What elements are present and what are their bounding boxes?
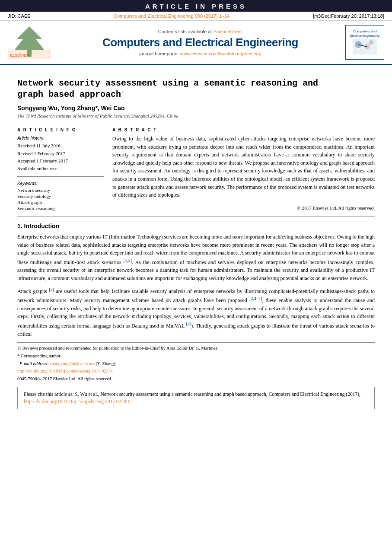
article-info-col: A R T I C L E I N F O Article history: R…: [17, 127, 104, 212]
elsevier-logo: ELSEVIER: [8, 24, 60, 61]
article-affiliation: The Third Research Institute of Ministry…: [17, 113, 375, 123]
keywords-label: Keywords:: [17, 181, 104, 186]
jid-right: [m3Gec;February 20, 2017;13:18]: [313, 13, 384, 19]
online-date: Available online xxx: [17, 165, 104, 172]
article-title: Network security assessment using a sema…: [17, 78, 375, 100]
elsevier-tree-icon: ELSEVIER: [8, 24, 51, 59]
info-divider: [17, 176, 104, 177]
article-authors: Songyang Wu, Yong Zhang*, Wei Cao: [17, 105, 375, 111]
star-footnote: ✩ Reviews processed and recommended for …: [17, 345, 375, 352]
ref-1-2[interactable]: [1,2]: [124, 258, 132, 263]
banner-text: ARTICLE IN PRESS: [145, 3, 247, 10]
email-footnote: E-mail address: zhangyonglab@yeah.net (Y…: [17, 361, 375, 367]
ref-2-4-7[interactable]: [2,4–7]: [249, 296, 262, 301]
journal-logo-graphic: [352, 38, 378, 55]
abstract-col: A B S T R A C T Owing to the high value …: [112, 127, 375, 212]
keyword-2: Security ontology: [17, 194, 104, 199]
revised-date: Revised 1 February 2017: [17, 150, 104, 157]
section-divider: [17, 216, 375, 217]
journal-homepage-link[interactable]: www.elsevier.com/locate/compeleceng: [180, 51, 261, 56]
article-in-press-banner: ARTICLE IN PRESS: [0, 0, 392, 12]
article-info-label: A R T I C L E I N F O: [17, 127, 104, 132]
email-link[interactable]: zhangyonglab@yeah.net: [50, 361, 95, 366]
journal-center: Contents lists available at ScienceDirec…: [60, 29, 341, 56]
citation-doi-link[interactable]: http://dx.doi.org/10.1016/j.compeleceng.…: [24, 399, 130, 404]
svg-text:ELSEVIER: ELSEVIER: [10, 53, 29, 57]
intro-paragraph-1: Enterprise networks that employ various …: [17, 233, 375, 283]
abstract-text: Owing to the high value of business data…: [112, 135, 375, 199]
journal-header: ELSEVIER Contents lists available at Sci…: [0, 21, 392, 65]
keywords-block: Keywords: Network security Security onto…: [17, 181, 104, 211]
doi-link[interactable]: http://dx.doi.org/10.1016/j.compeleceng.…: [17, 369, 114, 373]
citation-box: Please cite this article as: S. Wu et al…: [17, 387, 375, 410]
doi-footnote: http://dx.doi.org/10.1016/j.compeleceng.…: [17, 368, 375, 375]
jid-left: JID: CAEE: [8, 13, 31, 19]
keyword-4: Semantic reasoning: [17, 206, 104, 211]
keyword-3: Attack graph: [17, 200, 104, 205]
journal-title: Computers and Electrical Engineering: [60, 36, 341, 49]
article-info-block: Article history: Received 11 July 2016 R…: [17, 135, 104, 172]
ref-3[interactable]: [3]: [49, 287, 54, 292]
sciencedirect-link[interactable]: ScienceDirect: [213, 29, 242, 34]
corresponding-footnote: * Corresponding author.: [17, 353, 375, 360]
issn-footnote: 0045-7906/© 2017 Elsevier Ltd. All right…: [17, 376, 375, 382]
keyword-1: Network security: [17, 188, 104, 193]
history-label: Article history:: [17, 135, 104, 141]
journal-logo-box: Computers and Electrical Engineering: [345, 25, 384, 60]
received-date: Received 11 July 2016: [17, 142, 104, 150]
journal-logo-right: Computers and Electrical Engineering: [341, 25, 384, 60]
journal-homepage: journal homepage: www.elsevier.com/locat…: [60, 51, 341, 56]
footnotes: ✩ Reviews processed and recommended for …: [17, 342, 375, 382]
ref-4[interactable]: [4]: [186, 322, 191, 326]
introduction-heading: 1. Introduction: [17, 223, 375, 229]
intro-paragraph-2: Attack graphs [3] are useful tools that …: [17, 286, 375, 338]
jid-row: JID: CAEE Computers and Electrical Engin…: [0, 12, 392, 21]
abstract-label: A B S T R A C T: [112, 127, 375, 132]
main-content: Network security assessment using a sema…: [0, 65, 392, 414]
article-info-abstract: A R T I C L E I N F O Article history: R…: [17, 127, 375, 212]
accepted-date: Accepted 1 February 2017: [17, 157, 104, 165]
journal-ref: Computers and Electrical Engineering 000…: [114, 13, 229, 19]
copyright-line: © 2017 Elsevier Ltd. All rights reserved…: [112, 203, 375, 210]
contents-line: Contents lists available at ScienceDirec…: [60, 29, 341, 34]
